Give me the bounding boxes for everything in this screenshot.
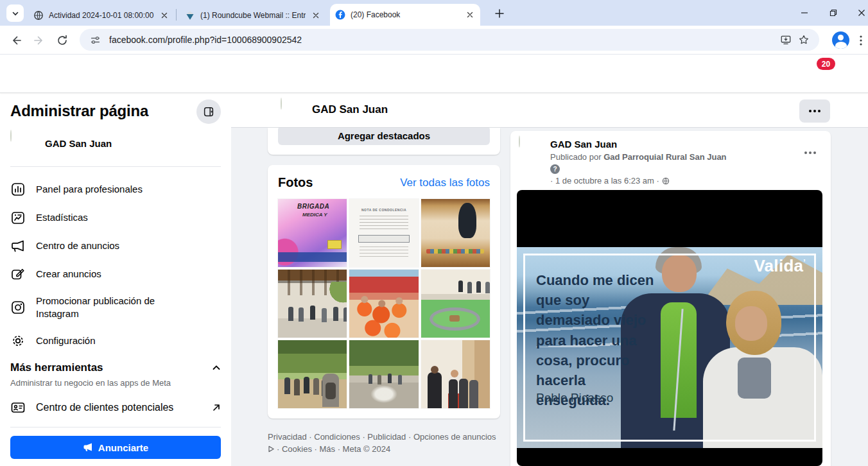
sidebar-item-insights[interactable]: Estadísticas xyxy=(5,203,226,232)
page-name-label: GAD San Juan xyxy=(45,138,112,149)
photo-sculpture-exhibit[interactable] xyxy=(421,199,490,267)
megaphone-icon xyxy=(83,442,93,453)
photo-boat-lifevests[interactable] xyxy=(349,270,418,338)
photo-parish-model[interactable] xyxy=(421,270,490,338)
post-more-icon[interactable] xyxy=(800,142,820,163)
more-tools-title: Más herramientas xyxy=(10,361,103,374)
forward-button[interactable] xyxy=(30,31,49,50)
facebook-header xyxy=(0,55,868,93)
globe-privacy-icon xyxy=(662,177,670,185)
highlights-card: Agregar destacados xyxy=(268,128,500,155)
post-image[interactable]: Valida’ Cuando me dicen que soy demasiad… xyxy=(517,190,822,466)
photos-grid: BRIGADA MEDICA Y NOTA DE CONDOLENCIA xyxy=(278,199,490,408)
sidebar-item-professional-dashboard[interactable]: Panel para profesionales xyxy=(5,175,226,203)
sidebar-item-leads-center[interactable]: Centro de clientes potenciales xyxy=(5,393,226,422)
photo-indoor-delivery[interactable] xyxy=(421,340,490,408)
manage-page-sidebar: Administrar página GAD San Juan Panel pa… xyxy=(0,93,231,466)
page-avatar[interactable] xyxy=(281,98,305,123)
tab-search-button[interactable] xyxy=(6,4,24,22)
insights-icon xyxy=(10,210,26,225)
close-tab-icon[interactable] xyxy=(159,10,169,21)
post-published-by: Publicado por Gad Parroquial Rural San J… xyxy=(550,152,727,162)
backpack-person xyxy=(322,374,339,407)
post-author-name[interactable]: GAD San Juan xyxy=(550,139,617,150)
model-table xyxy=(430,307,480,331)
sidebar-item-label: Centro de anuncios xyxy=(36,239,119,252)
more-tools-subtitle: Administrar tu negocio en las apps de Me… xyxy=(10,378,171,388)
document-title: NOTA DE CONDOLENCIA xyxy=(349,208,418,212)
sidebar-item-label: Promocionar publicación de Instagram xyxy=(36,295,196,320)
bookmark-star-icon[interactable] xyxy=(795,31,813,49)
close-tab-icon[interactable] xyxy=(465,10,475,20)
people-silhouettes xyxy=(284,377,290,394)
pencil-square-icon xyxy=(10,266,26,282)
post-author-avatar[interactable] xyxy=(519,136,544,162)
footer-links-line1[interactable]: Privacidad · Condiciones · Publicidad · … xyxy=(268,431,500,442)
photo-park-plaza[interactable] xyxy=(349,340,418,408)
divider xyxy=(10,166,221,167)
sidebar-page-profile[interactable]: GAD San Juan xyxy=(5,128,226,159)
install-app-icon[interactable] xyxy=(777,31,795,49)
facebook-favicon-icon xyxy=(335,10,345,20)
advertise-button[interactable]: Anunciarte xyxy=(10,436,221,459)
address-bar[interactable]: facebook.com/profile.php?id=100068900902… xyxy=(80,29,819,51)
flyer-title: BRIGADA xyxy=(297,203,329,210)
add-highlights-button[interactable]: Agregar destacados xyxy=(278,126,490,145)
person-silhouette xyxy=(428,372,442,408)
document-lines xyxy=(360,246,408,257)
sidebar-item-label: Panel para profesionales xyxy=(36,183,143,196)
tab-roundcube[interactable]: (1) Roundcube Webmail :: Entra xyxy=(180,5,326,26)
tab-actividad[interactable]: Actividad 2024-10-01 08:00:00 xyxy=(28,5,175,26)
url-text[interactable]: facebook.com/profile.php?id=100068900902… xyxy=(109,35,777,45)
sidebar-item-create-ads[interactable]: Crear anuncios xyxy=(5,260,226,288)
see-all-photos-link[interactable]: Ver todas las fotos xyxy=(400,177,490,189)
back-button[interactable] xyxy=(6,31,26,50)
flyer-chip xyxy=(327,240,342,249)
facebook-footer: Privacidad · Condiciones · Publicidad · … xyxy=(268,431,500,454)
collapse-sidebar-button[interactable] xyxy=(196,99,221,124)
window-restore-button[interactable] xyxy=(823,3,844,22)
browser-profile-avatar[interactable] xyxy=(832,31,849,49)
window-close-button[interactable] xyxy=(851,3,868,22)
beach-quote-graphic: Valida’ Cuando me dicen que soy demasiad… xyxy=(517,247,822,448)
close-tab-icon[interactable] xyxy=(311,10,321,21)
sidebar-item-settings[interactable]: Configuración xyxy=(5,327,226,355)
photo-brigada-medica-flyer[interactable]: BRIGADA MEDICA Y xyxy=(278,199,347,267)
people-silhouettes xyxy=(459,379,468,408)
tab-facebook-active[interactable]: (20) Facebook xyxy=(330,4,480,26)
reload-button[interactable] xyxy=(53,31,72,50)
site-settings-icon[interactable] xyxy=(86,31,104,49)
footer-links-line2[interactable]: · Cookies · Más · Meta © 2024 xyxy=(277,444,390,454)
publisher-page-name[interactable]: Gad Parroquial Rural San Juan xyxy=(603,152,726,162)
flyer-subtitle: MEDICA Y xyxy=(302,212,327,218)
window-minimize-button[interactable] xyxy=(794,3,815,22)
post-card: GAD San Juan Publicado por Gad Parroquia… xyxy=(510,131,831,466)
roundcube-favicon-icon xyxy=(185,10,195,21)
photos-title: Fotos xyxy=(278,175,313,190)
people-silhouettes xyxy=(369,374,372,384)
table-items xyxy=(426,249,484,254)
people-silhouettes xyxy=(476,281,481,293)
more-tools-header[interactable]: Más herramientas xyxy=(10,361,221,374)
photo-pergola-group[interactable] xyxy=(278,270,347,338)
page-more-button[interactable] xyxy=(799,99,830,123)
tab-separator xyxy=(176,9,177,21)
new-tab-button[interactable] xyxy=(492,6,507,21)
photo-crowd-trees[interactable] xyxy=(278,340,347,408)
adchoices-icon xyxy=(268,445,275,453)
browser-menu-icon[interactable] xyxy=(856,31,866,50)
advertise-label: Anunciarte xyxy=(98,442,148,453)
question-badge[interactable]: ? xyxy=(550,164,560,174)
photo-condolence-note[interactable]: NOTA DE CONDOLENCIA xyxy=(349,199,418,267)
gad-san-juan-crest xyxy=(10,130,12,142)
sidebar-title: Administrar página xyxy=(10,102,148,120)
notification-badge: 20 xyxy=(817,58,835,70)
post-timestamp[interactable]: · 1 de octubre a las 6:23 am · xyxy=(550,176,670,186)
id-card-icon xyxy=(10,400,26,415)
gad-san-juan-crest xyxy=(281,98,282,110)
instagram-icon xyxy=(10,300,26,315)
bar-chart-icon xyxy=(10,182,26,197)
sidebar-item-ads-center[interactable]: Centro de anuncios xyxy=(5,232,226,260)
main-area: Agregar destacados Fotos Ver todas las f… xyxy=(231,93,868,466)
sidebar-item-boost-instagram[interactable]: Promocionar publicación de Instagram xyxy=(5,288,226,327)
